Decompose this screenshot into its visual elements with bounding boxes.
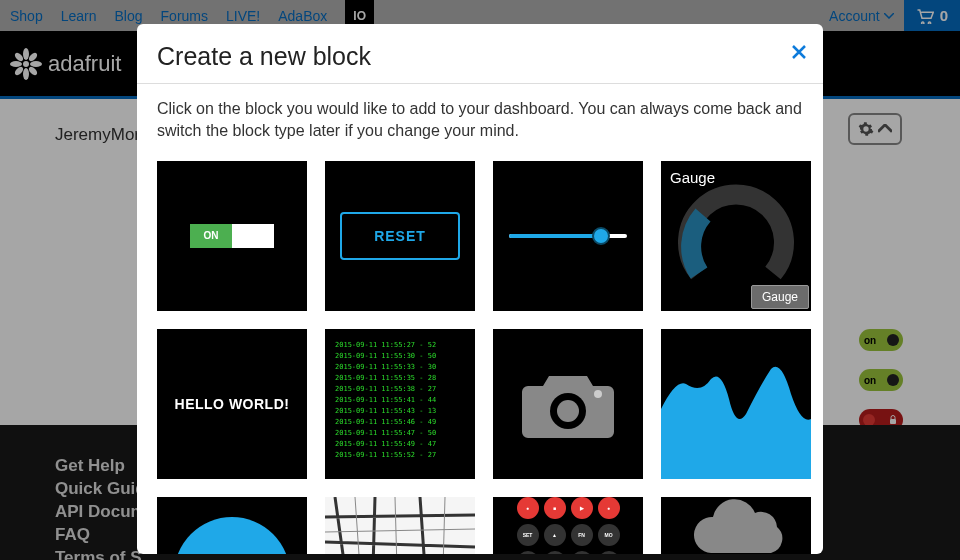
slider-preview xyxy=(509,234,627,238)
block-text[interactable]: HELLO WORLD! xyxy=(157,329,307,479)
camera-icon xyxy=(518,366,618,441)
block-weather[interactable] xyxy=(661,497,811,554)
remote-preview: ●■▶● SET▲FNMO ◀OK▶RET xyxy=(517,497,620,554)
modal-description: Click on the block you would like to add… xyxy=(157,98,803,143)
block-line-chart[interactable] xyxy=(661,329,811,479)
svg-point-12 xyxy=(594,390,602,398)
reset-button-preview: RESET xyxy=(340,212,460,260)
gauge-icon xyxy=(671,183,801,288)
block-toggle[interactable]: ON xyxy=(157,161,307,311)
block-grid: ON RESET Gauge Gauge HELLO xyxy=(157,161,803,554)
modal-overlay[interactable]: Create a new block Click on the block yo… xyxy=(0,0,960,560)
cloud-icon xyxy=(681,498,791,554)
create-block-modal: Create a new block Click on the block yo… xyxy=(137,24,823,554)
block-image[interactable] xyxy=(493,329,643,479)
block-color-picker[interactable] xyxy=(157,497,307,554)
block-remote[interactable]: ●■▶● SET▲FNMO ◀OK▶RET xyxy=(493,497,643,554)
line-chart-icon xyxy=(661,329,811,479)
block-stream[interactable]: 2015-09-11 11:55:27 - 52 2015-09-11 11:5… xyxy=(325,329,475,479)
block-map[interactable] xyxy=(325,497,475,554)
modal-title: Create a new block xyxy=(157,42,803,71)
circle-icon xyxy=(167,497,297,554)
block-momentary-button[interactable]: RESET xyxy=(325,161,475,311)
toggle-switch-preview: ON xyxy=(190,224,274,248)
text-preview: HELLO WORLD! xyxy=(175,396,290,412)
svg-point-13 xyxy=(174,517,290,554)
svg-point-11 xyxy=(557,400,579,422)
stream-preview: 2015-09-11 11:55:27 - 52 2015-09-11 11:5… xyxy=(325,329,475,479)
close-icon xyxy=(791,44,807,60)
block-gauge[interactable]: Gauge Gauge xyxy=(661,161,811,311)
gauge-tooltip: Gauge xyxy=(751,285,809,309)
block-slider[interactable] xyxy=(493,161,643,311)
map-preview xyxy=(325,497,475,554)
modal-close-button[interactable] xyxy=(791,40,807,66)
